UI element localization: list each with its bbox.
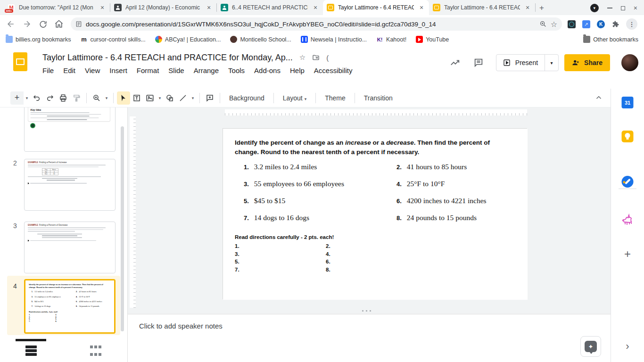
window-minimize-button[interactable] — [607, 8, 612, 8]
present-button[interactable]: Present ▾ — [496, 54, 559, 71]
menu-accessibility[interactable]: Accessibility — [314, 66, 353, 74]
insert-line-caret[interactable]: ▾ — [190, 96, 196, 100]
forward-icon[interactable] — [21, 18, 33, 30]
slide-thumbnail-5-partial[interactable] — [16, 339, 46, 341]
background-button[interactable]: Background — [223, 94, 270, 102]
menu-file[interactable]: File — [42, 66, 54, 74]
slide-thumbnail-2[interactable]: EXAMPLEFinding a Percent of Increase Day… — [24, 159, 116, 211]
unicorn-addon-icon[interactable] — [621, 214, 634, 228]
speaker-notes-panel[interactable]: Click to add speaker notes ✦ — [128, 314, 611, 362]
transition-button[interactable]: Transition — [358, 94, 398, 102]
worksheet-instructions[interactable]: Identify the percent of change as an inc… — [235, 138, 493, 157]
back-icon[interactable] — [5, 18, 17, 30]
url-text[interactable]: docs.google.com/presentation/d/1SGxrWTMK… — [86, 21, 536, 28]
tab-close-icon[interactable]: × — [205, 4, 213, 11]
other-bookmarks[interactable]: Other bookmarks — [583, 36, 638, 43]
menu-edit[interactable]: Edit — [63, 66, 75, 74]
tab-classroom-dark[interactable]: April 12 (Monday) - Economic × — [110, 0, 216, 15]
filmstrip-view-icon[interactable] — [25, 346, 37, 356]
menu-addons[interactable]: Add-ons — [254, 66, 281, 74]
bookmark-item[interactable]: K!Kahoot! — [376, 36, 406, 43]
new-slide-button[interactable]: + — [10, 91, 24, 105]
tab-close-icon[interactable]: × — [418, 4, 425, 11]
share-button[interactable]: Share — [564, 54, 610, 71]
hide-panel-chevron-icon[interactable]: › — [626, 340, 629, 353]
present-options-caret[interactable]: ▾ — [545, 60, 558, 66]
document-title[interactable]: Taylor Lattimore - 6.4 RETEACH and PRACT… — [42, 53, 293, 63]
comment-icon[interactable] — [473, 58, 484, 68]
slide-editor[interactable]: Identify the percent of change as an inc… — [223, 128, 527, 299]
theme-button[interactable]: Theme — [319, 94, 351, 102]
insert-image-icon[interactable] — [143, 91, 157, 105]
bookmark-item[interactable]: ABCya! | Education... — [155, 36, 221, 43]
new-slide-caret[interactable]: ▾ — [24, 96, 30, 100]
extensions-puzzle-icon[interactable] — [611, 20, 619, 28]
tab-gmail[interactable]: M100+ Due tomorrow: "April 12 (Mon × — [4, 0, 110, 15]
new-tab-button[interactable]: + — [539, 3, 544, 13]
tab-close-icon[interactable]: × — [99, 4, 106, 11]
tab-close-icon[interactable]: × — [524, 4, 531, 11]
filmstrip-scrollbar[interactable] — [121, 126, 124, 331]
window-close-button[interactable]: × — [634, 4, 637, 12]
slide-thumbnail-1[interactable]: Key Idea — [24, 107, 116, 152]
redo-icon[interactable] — [43, 91, 57, 105]
collapse-toolbar-icon[interactable] — [594, 93, 603, 104]
insert-shape-icon[interactable] — [163, 91, 176, 105]
zoom-level-icon[interactable] — [539, 20, 547, 28]
text-box-icon[interactable] — [130, 91, 143, 105]
activity-icon[interactable] — [450, 58, 460, 68]
menu-format[interactable]: Format — [137, 66, 159, 74]
menu-help[interactable]: Help — [290, 66, 305, 74]
explore-button[interactable]: ✦ — [580, 336, 601, 357]
bookmark-item[interactable]: mcursor-control skills... — [80, 36, 145, 43]
tab-slides-2[interactable]: Taylor Lattimore - 6.4 RETEAC × — [429, 0, 535, 15]
extension-arrow-icon[interactable]: ↗ — [582, 20, 590, 28]
menu-view[interactable]: View — [85, 66, 100, 74]
print-icon[interactable] — [57, 91, 70, 105]
insert-comment-icon[interactable] — [203, 91, 216, 105]
insert-image-caret[interactable]: ▾ — [157, 96, 163, 100]
layout-button[interactable]: Layout ▾ — [277, 94, 312, 102]
tab-close-icon[interactable]: × — [312, 4, 319, 11]
site-info-icon[interactable] — [75, 21, 82, 27]
user-avatar[interactable] — [621, 54, 638, 71]
slide-thumbnail-3[interactable]: EXAMPLEFinding a Percent of Decrease — [24, 222, 116, 273]
tasks-icon[interactable] — [622, 176, 634, 188]
answer-grid[interactable]: 1.2. 3.4. 5.6. 7.8. — [235, 242, 423, 273]
add-addon-icon[interactable]: + — [624, 247, 631, 261]
bookmark-item[interactable]: Monticello School... — [230, 36, 291, 43]
notes-resize-handle[interactable] — [362, 310, 371, 312]
star-document-icon[interactable]: ☆ — [299, 53, 305, 62]
answer-header[interactable]: Read directions carefully - 2 pts. each! — [235, 234, 334, 240]
bookmark-item[interactable]: Newsela | Instructio... — [301, 36, 367, 43]
reload-icon[interactable] — [37, 18, 49, 30]
browser-menu-icon[interactable]: ⋮ — [626, 18, 637, 30]
slides-logo[interactable] — [13, 52, 27, 71]
zoom-caret[interactable]: ▾ — [103, 96, 110, 100]
insert-line-icon[interactable] — [176, 91, 190, 105]
speaker-notes-placeholder[interactable]: Click to add speaker notes — [139, 322, 223, 330]
bookmark-star-icon[interactable]: ☆ — [551, 20, 557, 29]
problem-list[interactable]: 1.3.2 miles to 2.4 miles 2.41 hours to 8… — [244, 162, 510, 223]
extension-kami-icon[interactable]: K — [597, 20, 605, 28]
paint-format-icon[interactable] — [70, 91, 83, 105]
calendar-icon[interactable]: 31 — [622, 97, 634, 108]
menu-slide[interactable]: Slide — [168, 66, 184, 74]
menu-insert[interactable]: Insert — [109, 66, 127, 74]
url-bar[interactable]: docs.google.com/presentation/d/1SGxrWTMK… — [71, 17, 562, 31]
bookmark-item[interactable]: YouTube — [416, 36, 449, 43]
bookmark-folder[interactable]: billies.org bookmarks — [6, 36, 71, 43]
extension-dial-icon[interactable] — [568, 20, 576, 28]
menu-tools[interactable]: Tools — [228, 66, 245, 74]
slide-thumbnail-4[interactable]: Identify the percent of change as an inc… — [24, 279, 116, 334]
grid-view-icon[interactable] — [90, 346, 101, 356]
zoom-icon[interactable] — [90, 91, 103, 105]
tab-classroom-teal[interactable]: 6..4 RETEACH and PRACTICE × — [217, 0, 323, 15]
tab-slides-active[interactable]: Taylor Lattimore - 6.4 RETEAC × — [323, 0, 429, 15]
profile-badge-icon[interactable]: ▾ — [590, 4, 599, 12]
keep-icon[interactable] — [622, 131, 634, 142]
home-icon[interactable] — [53, 18, 65, 30]
select-tool-icon[interactable] — [117, 91, 130, 105]
window-restore-button[interactable] — [621, 6, 625, 10]
move-folder-icon[interactable] — [312, 54, 320, 61]
